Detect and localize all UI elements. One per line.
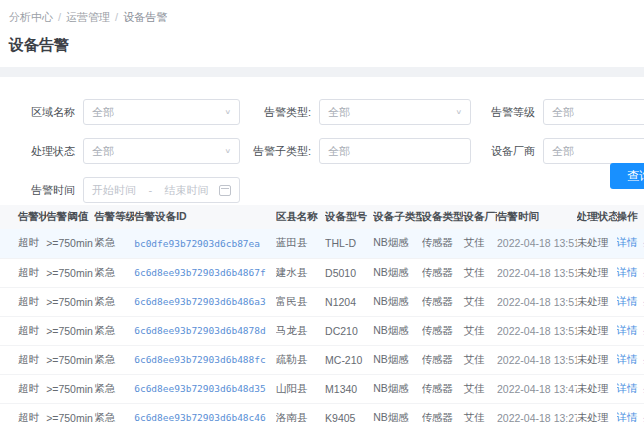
cell-subtype: NB烟感: [373, 345, 421, 374]
cell-time: 2022-04-18 13:27:50: [497, 403, 577, 422]
cell-actions: 详情处理: [617, 374, 644, 403]
cell-handle-status: 未处理: [577, 345, 617, 374]
cell-device-id: 6c6d8ee93b72903d6b4878d: [134, 316, 276, 345]
search-button[interactable]: 查询: [610, 163, 644, 189]
filter-row-2: 处理状态 全部 ∨ 告警子类型: 全部 设备厂商 全部: [0, 138, 644, 164]
cell-time: 2022-04-18 13:51:37: [497, 345, 577, 374]
action-link[interactable]: 详情: [617, 353, 638, 365]
filter-alert-type-value: 全部: [328, 105, 350, 120]
calendar-icon: [219, 185, 231, 196]
filter-alert-type-label: 告警类型:: [253, 105, 311, 120]
filter-panel: 区域名称 全部 ∨ 告警类型: 全部 ∨ 告警等级 全部: [0, 77, 644, 205]
cell-threshold: >=750min: [46, 403, 94, 422]
cell-county: 马龙县: [276, 316, 325, 345]
filter-region-select[interactable]: 全部 ∨: [83, 99, 240, 125]
cell-county: 蓝田县: [276, 229, 325, 258]
action-link[interactable]: 详情: [617, 295, 638, 307]
cell-subtype: NB烟感: [373, 287, 421, 316]
cell-level: 紧急: [94, 345, 134, 374]
device-alert-page: 分析中心/运营管理/设备告警 设备告警 区域名称 全部 ∨ 告警类型: 全部 ∨…: [0, 0, 644, 422]
cell-level: 紧急: [94, 229, 134, 258]
cell-threshold: >=750min: [46, 229, 94, 258]
cell-device-type: 传感器: [422, 345, 464, 374]
table-row: 超时>=750min紧急6c6d8ee93b72903d6b48d35山阳县M1…: [0, 374, 644, 403]
cell-device-id: 6c6d8ee93b72903d6b48d35: [134, 374, 276, 403]
cell-county: 疏勒县: [276, 345, 325, 374]
column-header: 告警时间: [497, 205, 577, 229]
column-header: 告警状态: [0, 205, 46, 229]
cell-subtype: NB烟感: [373, 229, 421, 258]
filter-alert-subtype-input[interactable]: 全部: [319, 138, 471, 164]
cell-device-type: 传感器: [422, 229, 464, 258]
alert-time-range-picker[interactable]: 开始时间 - 结束时间: [83, 177, 240, 203]
action-link[interactable]: 详情: [617, 411, 638, 422]
action-link[interactable]: 详情: [617, 266, 638, 278]
action-link[interactable]: 详情: [617, 324, 638, 336]
cell-status: 超时: [0, 287, 46, 316]
filter-alert-subtype: 告警子类型: 全部: [253, 138, 471, 164]
filter-vendor-value: 全部: [552, 144, 574, 159]
column-header: 告警等级: [94, 205, 134, 229]
cell-vendor: 艾佳: [463, 229, 497, 258]
cell-handle-status: 未处理: [577, 316, 617, 345]
action-link[interactable]: 详情: [617, 382, 638, 394]
breadcrumb-item[interactable]: 运营管理: [66, 11, 110, 23]
column-header: 告警设备ID: [134, 205, 276, 229]
cell-actions: 详情处理: [617, 229, 644, 258]
cell-device-id: 6c6d8ee93b72903d6b486a3: [134, 287, 276, 316]
chevron-down-icon: ∨: [224, 148, 231, 155]
filter-row-1: 区域名称 全部 ∨ 告警类型: 全部 ∨ 告警等级 全部: [0, 99, 644, 125]
filter-row-3: 告警时间 开始时间 - 结束时间: [0, 177, 644, 203]
cell-actions: 详情处理: [617, 287, 644, 316]
end-time-placeholder: 结束时间: [165, 183, 209, 198]
filter-region: 区域名称 全部 ∨: [24, 99, 240, 125]
cell-status: 超时: [0, 345, 46, 374]
filter-alert-type-select[interactable]: 全部 ∨: [319, 99, 471, 125]
cell-actions: 详情处理: [617, 316, 644, 345]
cell-subtype: NB烟感: [373, 403, 421, 422]
breadcrumb-item: 设备告警: [123, 11, 167, 23]
cell-threshold: >=750min: [46, 258, 94, 287]
start-time-placeholder: 开始时间: [92, 183, 136, 198]
action-link[interactable]: 详情: [617, 236, 638, 248]
cell-model: D5010: [325, 258, 373, 287]
filter-alert-level-input[interactable]: 全部: [543, 99, 644, 125]
cell-status: 超时: [0, 258, 46, 287]
cell-level: 紧急: [94, 316, 134, 345]
cell-time: 2022-04-18 13:47:41: [497, 374, 577, 403]
cell-device-id: 6c6d8ee93b72903d6b488fc: [134, 345, 276, 374]
cell-device-id: bc0dfe93b72903d6cb87ea: [134, 229, 276, 258]
cell-handle-status: 未处理: [577, 374, 617, 403]
cell-vendor: 艾佳: [463, 403, 497, 422]
column-header: 区县名称: [276, 205, 325, 229]
filter-alert-level-value: 全部: [552, 105, 574, 120]
cell-time: 2022-04-18 13:51:41: [497, 287, 577, 316]
breadcrumb-item[interactable]: 分析中心: [9, 11, 53, 23]
range-dash: -: [148, 184, 152, 196]
filter-vendor-input[interactable]: 全部: [543, 138, 644, 164]
cell-device-id: 6c6d8ee93b72903d6b4867f: [134, 258, 276, 287]
filter-handle-status-select[interactable]: 全部 ∨: [83, 138, 240, 164]
cell-model: MC-210: [325, 345, 373, 374]
cell-threshold: >=750min: [46, 374, 94, 403]
cell-county: 洛南县: [276, 403, 325, 422]
cell-vendor: 艾佳: [463, 345, 497, 374]
column-header: 设备型号: [325, 205, 373, 229]
cell-subtype: NB烟感: [373, 374, 421, 403]
cell-device-type: 传感器: [422, 374, 464, 403]
cell-vendor: 艾佳: [463, 258, 497, 287]
chevron-down-icon: ∨: [455, 109, 462, 116]
breadcrumb: 分析中心/运营管理/设备告警: [9, 10, 644, 25]
filter-alert-subtype-label: 告警子类型:: [253, 144, 311, 159]
alert-table: 告警状态告警阈值告警等级告警设备ID区县名称设备型号设备子类型设备类型设备厂商告…: [0, 205, 644, 422]
cell-handle-status: 未处理: [577, 229, 617, 258]
cell-device-type: 传感器: [422, 258, 464, 287]
cell-handle-status: 未处理: [577, 287, 617, 316]
cell-device-type: 传感器: [422, 403, 464, 422]
alert-table-wrap: 告警状态告警阈值告警等级告警设备ID区县名称设备型号设备子类型设备类型设备厂商告…: [0, 205, 644, 422]
filter-handle-status: 处理状态 全部 ∨: [24, 138, 240, 164]
filter-vendor: 设备厂商 全部: [483, 138, 644, 164]
filter-alert-type: 告警类型: 全部 ∨: [253, 99, 471, 125]
cell-subtype: NB烟感: [373, 316, 421, 345]
cell-county: 富民县: [276, 287, 325, 316]
